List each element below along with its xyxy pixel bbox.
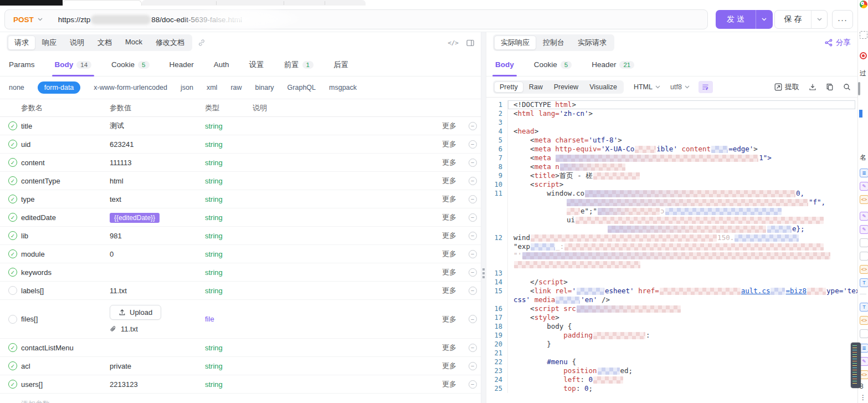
subtab-cookie[interactable]: Cookie5 [111, 53, 149, 76]
param-checkbox[interactable]: ✓ [8, 213, 17, 222]
param-name[interactable]: contentType [21, 177, 110, 185]
save-button[interactable]: 保 存 [774, 10, 828, 29]
param-checkbox[interactable]: ✓ [8, 343, 17, 352]
param-type[interactable]: string [205, 380, 253, 389]
add-param-button[interactable]: 添加参数 [0, 394, 481, 403]
param-checkbox[interactable]: ✓ [8, 231, 17, 240]
param-name[interactable]: contactListMenu [21, 344, 110, 352]
response-body-code[interactable]: 1<!DOCTYPE html>2<html lang='zh-cn'>34<h… [486, 98, 857, 403]
remove-param-icon[interactable]: − [469, 344, 477, 352]
param-name[interactable]: users[] [21, 380, 110, 389]
tab-docs[interactable]: 文档 [91, 35, 119, 50]
remove-param-icon[interactable]: − [469, 232, 477, 240]
sidebar-mini-icon-T[interactable]: T [860, 303, 868, 312]
body-type-form-data[interactable]: form-data [38, 81, 81, 94]
remove-param-icon[interactable]: − [469, 195, 477, 203]
subtab-header[interactable]: Header21 [592, 53, 634, 76]
body-type-none[interactable]: none [9, 81, 24, 94]
sidebar-mini-icon-list[interactable]: ≣ [860, 344, 868, 353]
param-value[interactable]: 0 [110, 250, 114, 258]
param-checkbox[interactable]: ✓ [8, 361, 17, 370]
remove-param-icon[interactable]: − [469, 250, 477, 258]
search-icon[interactable] [843, 83, 851, 91]
param-checkbox[interactable]: ✓ [8, 121, 17, 130]
param-type[interactable]: string [205, 362, 253, 370]
param-value[interactable]: private [110, 362, 131, 370]
send-options-chevron-icon[interactable] [756, 18, 773, 21]
param-value[interactable]: 623241 [110, 140, 133, 149]
extract-button[interactable]: 提取 [774, 82, 799, 92]
param-name[interactable]: module [21, 250, 110, 258]
link-icon[interactable] [198, 39, 206, 47]
param-checkbox[interactable]: ✓ [8, 176, 17, 185]
subtab-body[interactable]: Body14 [55, 53, 92, 76]
minimap-scrollbar-thumb[interactable] [851, 343, 861, 388]
more-link[interactable]: 更多 [442, 212, 464, 222]
share-button[interactable]: 分享 [836, 38, 851, 48]
view-preview[interactable]: Preview [548, 81, 584, 93]
more-link[interactable]: 更多 [442, 176, 464, 186]
copy-icon[interactable] [826, 83, 834, 91]
param-name[interactable]: labels[] [21, 287, 110, 295]
grid-icon[interactable] [860, 31, 867, 39]
param-name[interactable]: editedDate [21, 213, 110, 222]
param-value[interactable]: 11.txt [110, 287, 127, 295]
attachment-chip[interactable]: 11.txt [110, 325, 205, 333]
param-checkbox[interactable]: ✓ [8, 249, 17, 258]
more-link[interactable]: 更多 [442, 343, 464, 353]
save-options-chevron-icon[interactable] [811, 18, 827, 21]
language-select[interactable]: HTML [634, 83, 660, 91]
param-value[interactable]: 测试 [110, 121, 124, 130]
view-visualize[interactable]: Visualize [584, 81, 623, 93]
param-checkbox[interactable]: ✓ [8, 286, 17, 295]
param-type[interactable]: string [205, 287, 253, 295]
param-name[interactable]: type [21, 195, 110, 203]
scrollbar-fragment[interactable] [858, 82, 860, 95]
remove-param-icon[interactable]: − [469, 177, 477, 185]
tab-edit-doc[interactable]: 修改文档 [149, 35, 191, 50]
more-link[interactable]: 更多 [442, 231, 464, 241]
param-checkbox[interactable]: ✓ [8, 315, 17, 324]
remove-param-icon[interactable]: − [469, 268, 477, 277]
remove-param-icon[interactable]: − [469, 315, 477, 323]
upload-button[interactable]: Upload [110, 305, 161, 320]
remove-param-icon[interactable]: − [469, 287, 477, 295]
sidebar-mini-icon-sq[interactable] [860, 329, 868, 338]
tab-response[interactable]: 响应 [35, 35, 63, 50]
body-type-binary[interactable]: binary [255, 81, 274, 94]
param-type[interactable]: file [205, 315, 253, 323]
sidebar-mini-icon-sq[interactable] [860, 238, 868, 247]
send-button[interactable]: 发 送 [716, 10, 773, 29]
generate-code-icon[interactable]: </> [448, 39, 459, 47]
tab-actual-response[interactable]: 实际响应 [494, 35, 536, 50]
encoding-select[interactable]: utf8 [670, 83, 690, 91]
download-icon[interactable] [809, 83, 816, 91]
param-type[interactable]: string [205, 344, 253, 352]
more-link[interactable]: 更多 [442, 249, 464, 259]
sidebar-mini-icon-code[interactable]: <> [860, 195, 868, 204]
sidebar-mini-icon-edit[interactable]: ✎ [860, 182, 868, 191]
tab-description[interactable]: 说明 [63, 35, 91, 50]
more-link[interactable]: 更多 [442, 379, 464, 389]
subtab-params[interactable]: Params [9, 53, 35, 76]
subtab-body[interactable]: Body [495, 53, 514, 76]
param-name[interactable]: title [21, 122, 110, 130]
param-type[interactable]: string [205, 195, 253, 203]
more-link[interactable]: 更多 [442, 361, 464, 371]
param-type[interactable]: string [205, 268, 253, 277]
subtab-pre[interactable]: 前置1 [284, 53, 314, 76]
sidebar-mini-icon-code[interactable]: <> [860, 370, 868, 379]
word-wrap-toggle[interactable] [698, 81, 713, 93]
subtab-header[interactable]: Header [170, 53, 194, 76]
param-name[interactable]: files[] [21, 315, 110, 323]
more-link[interactable]: 更多 [442, 314, 464, 324]
url-text[interactable]: https://ztp88/doc-edit-5639-false.html [58, 15, 242, 24]
tab-console[interactable]: 控制台 [536, 35, 571, 50]
tab-actual-request[interactable]: 实际请求 [571, 35, 613, 50]
param-type[interactable]: string [205, 140, 253, 149]
sidebar-mini-icon-edit[interactable]: ✎ [860, 357, 868, 366]
layout-split-icon[interactable] [466, 39, 474, 47]
param-type[interactable]: string [205, 250, 253, 258]
param-value[interactable]: html [110, 177, 124, 185]
view-raw[interactable]: Raw [523, 81, 548, 93]
